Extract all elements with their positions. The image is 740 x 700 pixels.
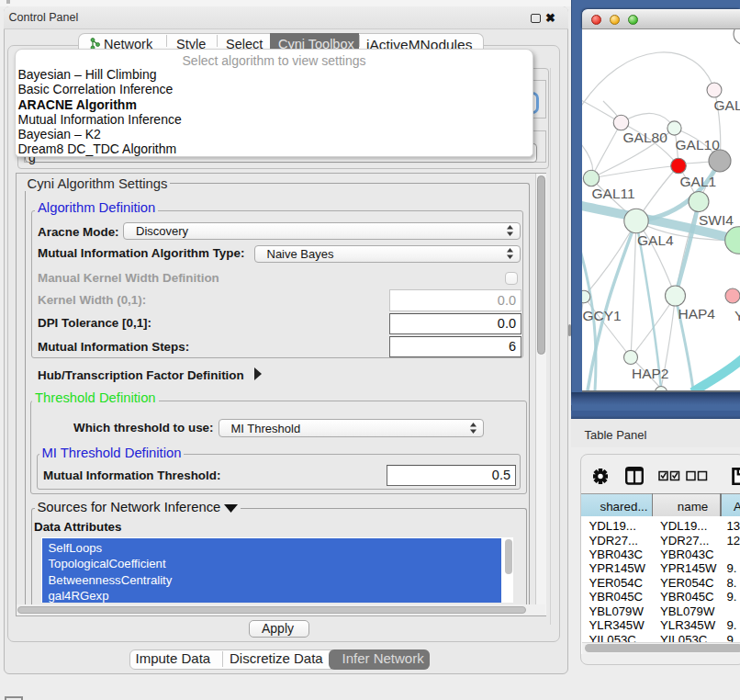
svg-text:GAL4: GAL4 xyxy=(637,232,674,248)
svg-text:GAL10: GAL10 xyxy=(676,137,721,152)
svg-text:GCY1: GCY1 xyxy=(583,308,622,323)
svg-text:Y: Y xyxy=(734,308,740,323)
svg-text:GAL11: GAL11 xyxy=(592,186,635,201)
svg-text:GAL80: GAL80 xyxy=(623,130,668,145)
svg-text:HAP4: HAP4 xyxy=(678,306,716,322)
svg-text:HAP2: HAP2 xyxy=(632,366,669,381)
svg-text:GAL1: GAL1 xyxy=(680,174,717,189)
svg-text:SWI4: SWI4 xyxy=(699,212,734,228)
svg-text:GAL7: GAL7 xyxy=(714,97,740,113)
